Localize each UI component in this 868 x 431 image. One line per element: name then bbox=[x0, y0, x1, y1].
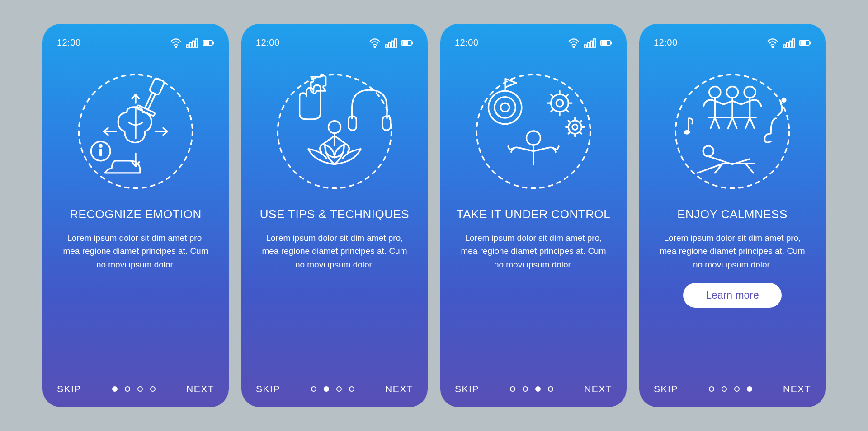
svg-point-46 bbox=[572, 125, 578, 130]
onboarding-screen-1: 12:00 bbox=[42, 24, 229, 407]
signal-icon bbox=[385, 38, 397, 48]
page-indicator bbox=[311, 386, 354, 392]
svg-rect-7 bbox=[204, 41, 206, 44]
dot-3[interactable] bbox=[535, 386, 541, 392]
svg-rect-23 bbox=[403, 41, 405, 44]
svg-point-39 bbox=[527, 131, 541, 145]
screen-title: Use tips & techniques bbox=[256, 207, 413, 221]
svg-rect-4 bbox=[196, 39, 198, 47]
wifi-icon bbox=[170, 38, 182, 48]
wifi-icon bbox=[568, 38, 580, 48]
wifi-icon bbox=[369, 38, 381, 48]
svg-point-57 bbox=[709, 86, 721, 98]
illustration-under-control bbox=[455, 64, 612, 199]
svg-rect-35 bbox=[611, 42, 612, 44]
svg-point-40 bbox=[488, 91, 521, 124]
battery-icon bbox=[401, 38, 413, 48]
svg-rect-33 bbox=[594, 39, 595, 47]
skip-button[interactable]: SKIP bbox=[654, 384, 678, 394]
illustration-recognize-emotion bbox=[57, 64, 214, 199]
learn-more-button[interactable]: Learn more bbox=[683, 283, 782, 308]
svg-rect-50 bbox=[789, 41, 791, 47]
svg-rect-24 bbox=[406, 41, 408, 44]
next-button[interactable]: NEXT bbox=[385, 384, 413, 394]
next-button[interactable]: NEXT bbox=[186, 384, 214, 394]
svg-rect-6 bbox=[213, 42, 214, 44]
screen-description: Lorem ipsum dolor sit dim amet pro, mea … bbox=[455, 231, 612, 271]
dot-4[interactable] bbox=[349, 386, 354, 392]
onboarding-screen-4: 12:00 bbox=[639, 24, 826, 407]
svg-point-25 bbox=[278, 75, 391, 188]
svg-rect-2 bbox=[190, 43, 192, 47]
svg-rect-15 bbox=[99, 149, 102, 156]
onboarding-screen-2: 12:00 Use tips & techniques Lorem ipsum … bbox=[241, 24, 428, 407]
status-time: 12:00 bbox=[256, 37, 280, 48]
svg-point-44 bbox=[556, 99, 563, 106]
dot-1[interactable] bbox=[311, 386, 316, 392]
illustration-tips-techniques bbox=[256, 64, 413, 199]
battery-icon bbox=[799, 38, 811, 48]
svg-rect-22 bbox=[412, 42, 413, 44]
dot-2[interactable] bbox=[722, 386, 727, 392]
status-icons bbox=[767, 38, 811, 48]
status-time: 12:00 bbox=[455, 37, 479, 48]
next-button[interactable]: NEXT bbox=[584, 384, 612, 394]
svg-point-60 bbox=[703, 146, 713, 156]
page-indicator bbox=[112, 386, 156, 392]
dot-1[interactable] bbox=[112, 386, 118, 392]
status-icons bbox=[170, 38, 214, 48]
status-icons bbox=[568, 38, 612, 48]
dot-2[interactable] bbox=[324, 386, 329, 392]
status-bar: 12:00 bbox=[57, 37, 214, 48]
svg-rect-19 bbox=[392, 41, 393, 47]
svg-rect-51 bbox=[793, 39, 794, 47]
dot-1[interactable] bbox=[709, 386, 714, 392]
dot-4[interactable] bbox=[548, 386, 553, 392]
svg-point-61 bbox=[782, 98, 786, 102]
svg-rect-8 bbox=[207, 41, 209, 44]
skip-button[interactable]: SKIP bbox=[455, 384, 479, 394]
wifi-icon bbox=[767, 38, 778, 48]
dot-4[interactable] bbox=[747, 386, 752, 392]
screen-description: Lorem ipsum dolor sit dim amet pro, mea … bbox=[57, 231, 214, 271]
status-time: 12:00 bbox=[654, 37, 678, 48]
bottom-nav: SKIP NEXT bbox=[455, 384, 612, 394]
svg-rect-55 bbox=[803, 41, 806, 44]
svg-rect-31 bbox=[588, 43, 590, 47]
svg-point-16 bbox=[374, 46, 375, 47]
skip-button[interactable]: SKIP bbox=[57, 384, 81, 394]
svg-point-58 bbox=[726, 86, 738, 98]
screen-title: Take it under control bbox=[455, 207, 612, 221]
status-bar: 12:00 bbox=[256, 37, 413, 48]
dot-3[interactable] bbox=[137, 386, 143, 392]
svg-point-26 bbox=[328, 121, 340, 133]
page-indicator bbox=[510, 386, 553, 392]
dot-4[interactable] bbox=[150, 386, 156, 392]
dot-3[interactable] bbox=[336, 386, 342, 392]
dot-1[interactable] bbox=[510, 386, 515, 392]
battery-icon bbox=[203, 38, 214, 48]
screen-title: Enjoy calmness bbox=[654, 207, 811, 221]
svg-point-42 bbox=[501, 103, 509, 112]
status-icons bbox=[369, 38, 413, 48]
svg-rect-36 bbox=[602, 41, 604, 44]
status-time: 12:00 bbox=[57, 37, 81, 48]
signal-icon bbox=[584, 38, 596, 48]
svg-rect-54 bbox=[801, 41, 803, 44]
signal-icon bbox=[783, 38, 795, 48]
bottom-nav: SKIP NEXT bbox=[654, 384, 811, 394]
svg-rect-30 bbox=[585, 45, 586, 47]
status-bar: 12:00 bbox=[654, 37, 811, 48]
skip-button[interactable]: SKIP bbox=[256, 384, 280, 394]
dot-3[interactable] bbox=[734, 386, 740, 392]
svg-rect-37 bbox=[604, 41, 607, 44]
dot-2[interactable] bbox=[125, 386, 130, 392]
dot-2[interactable] bbox=[523, 386, 528, 392]
svg-rect-48 bbox=[783, 45, 785, 47]
onboarding-screen-3: 12:00 Take it bbox=[440, 24, 627, 407]
svg-point-41 bbox=[495, 97, 515, 118]
svg-point-56 bbox=[675, 75, 789, 188]
signal-icon bbox=[186, 38, 198, 48]
bottom-nav: SKIP NEXT bbox=[256, 384, 413, 394]
next-button[interactable]: NEXT bbox=[783, 384, 811, 394]
